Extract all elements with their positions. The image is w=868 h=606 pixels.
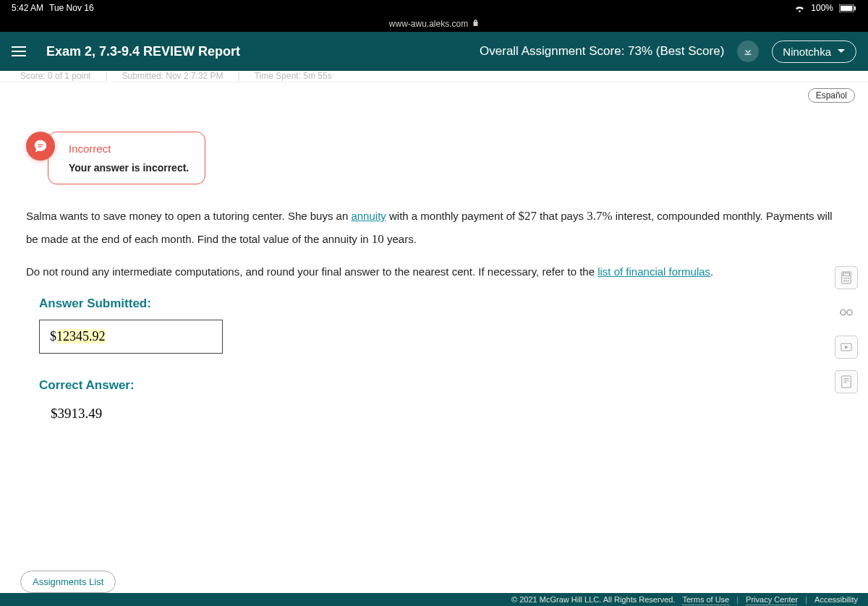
device-status-bar: 5:42 AM Tue Nov 16 100% (0, 0, 868, 16)
feedback-box: Incorrect Your answer is incorrect. (26, 132, 842, 184)
formulas-link[interactable]: list of financial formulas (597, 265, 710, 278)
svg-rect-15 (842, 376, 851, 388)
question-text: Salma wants to save money to open a tuto… (26, 205, 842, 282)
meta-submitted: Submitted: Nov 2 7:32 PM (122, 71, 224, 81)
assignments-list-button[interactable]: Assignments List (20, 571, 116, 593)
chat-bubble-icon (26, 132, 55, 161)
svg-point-13 (847, 310, 852, 315)
footer-bar: Assignments List (0, 571, 868, 593)
meta-score: Score: 0 of 1 point (20, 71, 90, 81)
language-toggle[interactable]: Español (808, 88, 855, 103)
calculator-button[interactable] (835, 266, 858, 289)
svg-rect-1 (841, 5, 853, 10)
terms-link[interactable]: Terms of Use (682, 595, 729, 604)
svg-point-9 (843, 281, 845, 282)
side-toolbar (835, 266, 858, 393)
answer-submitted-label: Answer Submitted: (39, 296, 842, 311)
textbook-button[interactable] (835, 370, 858, 393)
lock-icon (472, 19, 479, 29)
question-meta: Score: 0 of 1 point | Submitted: Nov 2 7… (0, 71, 868, 82)
question-content: Incorrect Your answer is incorrect. Salm… (0, 103, 868, 422)
svg-point-7 (846, 278, 847, 279)
user-name: Ninotchka (783, 46, 831, 58)
page-title: Exam 2, 7.3-9.4 REVIEW Report (46, 44, 240, 59)
svg-point-10 (846, 281, 847, 282)
wifi-icon (794, 4, 805, 12)
svg-rect-3 (745, 54, 752, 55)
svg-rect-5 (843, 273, 850, 276)
correct-answer-value: $3913.49 (51, 406, 842, 422)
submitted-answer-box: $12345.92 (39, 320, 223, 354)
svg-point-8 (848, 278, 849, 279)
feedback-message: Your answer is incorrect. (69, 162, 189, 174)
svg-point-12 (841, 310, 846, 315)
browser-url-bar: www-awu.aleks.com (0, 16, 868, 32)
battery-icon (839, 4, 856, 12)
chevron-down-icon (837, 48, 846, 54)
privacy-link[interactable]: Privacy Center (746, 595, 798, 604)
accessibility-link[interactable]: Accessibility (814, 595, 858, 604)
svg-point-11 (848, 281, 849, 282)
device-time: 5:42 AM (12, 3, 43, 13)
svg-rect-2 (854, 6, 856, 10)
menu-icon[interactable] (12, 41, 32, 61)
battery-percent: 100% (811, 3, 833, 13)
correct-answer-label: Correct Answer: (39, 378, 842, 393)
annuity-link[interactable]: annuity (351, 210, 386, 222)
overall-score: Overall Assignment Score: 73% (Best Scor… (480, 44, 724, 59)
svg-point-6 (843, 278, 845, 279)
meta-timespent: Time Spent: 5m 55s (255, 71, 332, 81)
submitted-answer-value: 12345.92 (56, 329, 106, 343)
copyright-bar: © 2021 McGraw Hill LLC. All Rights Reser… (0, 593, 868, 606)
copyright-text: © 2021 McGraw Hill LLC. All Rights Reser… (511, 595, 675, 604)
score-collapse-button[interactable] (737, 40, 759, 62)
url-host: www-awu.aleks.com (389, 19, 468, 29)
user-menu[interactable]: Ninotchka (772, 40, 856, 63)
app-header: Exam 2, 7.3-9.4 REVIEW Report Overall As… (0, 32, 868, 71)
feedback-status: Incorrect (69, 142, 189, 155)
device-date: Tue Nov 16 (49, 3, 94, 13)
video-button[interactable] (835, 336, 858, 359)
related-button[interactable] (835, 301, 858, 324)
